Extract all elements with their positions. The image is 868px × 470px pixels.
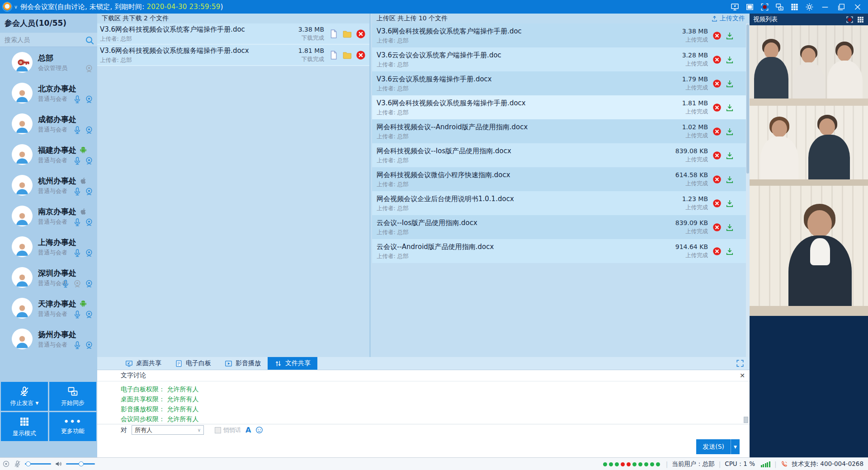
webcam-icon[interactable] [85,279,94,288]
record-icon[interactable] [760,3,769,11]
tab-desktop-share[interactable]: 桌面共享 [118,357,168,370]
download-icon[interactable] [725,151,734,160]
upload-file-row[interactable]: V3.6云会议会议系统客户端操作手册.doc上传者: 总部 3.28 MB上传完… [372,47,750,71]
sync-screens-icon[interactable] [775,3,784,11]
delete-icon[interactable] [712,151,722,160]
upload-file-row[interactable]: 云会议--Ios版产品使用指南.docx上传者: 总部 839.09 KB上传完… [372,215,750,239]
close-button[interactable] [853,3,863,11]
download-icon[interactable] [725,31,734,40]
upload-file-row[interactable]: V3.6网会科技视频会议系统客户端操作手册.doc上传者: 总部 3.38 MB… [372,24,750,47]
participant-row[interactable]: 杭州办事处普通与会者 [0,170,97,201]
video-thumbnail[interactable] [750,106,868,186]
download-icon[interactable] [725,247,734,256]
video-layout-icon[interactable] [857,16,864,24]
minimize-button[interactable] [820,3,830,11]
font-style-icon[interactable]: A [245,426,251,434]
mic-icon[interactable] [73,95,82,104]
delete-icon[interactable] [712,175,722,184]
mic-icon[interactable] [73,249,82,258]
whisper-checkbox[interactable]: 悄悄话 [215,426,241,434]
video-thumbnail[interactable] [750,25,868,106]
stop-speaking-button[interactable]: 停止发言▼ [1,382,48,411]
delete-icon[interactable] [712,103,722,112]
download-icon[interactable] [725,127,734,136]
webcam-off-icon[interactable] [73,279,82,288]
participant-row[interactable]: 福建办事处普通与会者 [0,139,97,170]
open-file-icon[interactable] [329,50,339,60]
caret-down-icon[interactable]: ▼ [36,401,39,405]
webcam-icon[interactable] [85,310,94,319]
download-file-row[interactable]: V3.6网会科技视频会议系统服务端操作手册.docx 上传者: 总部 1.81 … [97,45,369,66]
download-icon[interactable] [725,223,734,232]
mic-icon[interactable] [73,218,82,227]
delete-icon[interactable] [712,127,722,136]
chevron-down-icon[interactable]: ∨ [14,4,18,10]
delete-icon[interactable] [712,199,722,208]
window-mode-icon[interactable] [745,3,754,11]
open-file-icon[interactable] [329,29,339,39]
upload-file-row[interactable]: 网会科技视频会议微信小程序快速指南.docx上传者: 总部 614.58 KB上… [372,167,750,191]
maximize-button[interactable] [836,3,846,11]
close-icon[interactable]: ✕ [740,372,745,379]
download-icon[interactable] [725,175,734,184]
webcam-icon[interactable] [85,341,94,350]
recipient-select[interactable]: 所有人∨ [132,425,204,435]
upload-file-row-selected[interactable]: V3.6网会科技视频会议系统服务端操作手册.docx上传者: 总部 1.81 M… [372,95,750,119]
send-options-arrow[interactable]: ▼ [731,439,740,454]
tab-file-share[interactable]: 文件共享 [268,357,317,370]
participant-search[interactable] [0,33,97,47]
participant-row[interactable]: 深圳办事处普通与会者 [0,262,97,293]
layout-grid-icon[interactable] [790,3,799,11]
mic-icon[interactable] [73,187,82,196]
webcam-icon[interactable] [85,249,94,258]
screen-share-icon[interactable] [731,3,739,11]
delete-icon[interactable] [712,79,722,88]
upload-file-row[interactable]: V3.6云会议系统服务端操作手册.docx上传者: 总部 1.79 MB上传完成 [372,71,750,95]
delete-icon[interactable] [712,55,722,64]
upload-file-row[interactable]: 网会科技视频会议--Ios版产品使用指南.docx上传者: 总部 839.08 … [372,143,750,167]
mic-icon[interactable] [73,341,82,350]
search-input[interactable] [5,36,85,43]
download-icon[interactable] [725,103,734,112]
mic-icon[interactable] [61,279,70,288]
upload-file-row[interactable]: 云会议--Android版产品使用指南.docx上传者: 总部 914.64 K… [372,239,750,263]
delete-icon[interactable] [356,50,366,60]
expand-icon[interactable] [736,359,744,367]
video-capture-icon[interactable] [846,16,854,24]
mic-muted-icon[interactable] [14,460,21,468]
more-functions-button[interactable]: ••• 更多功能 [49,412,96,441]
send-button[interactable]: 发送(S) [696,439,731,454]
tab-whiteboard[interactable]: 电子白板 [168,357,218,370]
webcam-off-icon[interactable] [85,64,94,73]
settings-gear-icon[interactable] [805,3,814,11]
delete-icon[interactable] [712,247,722,256]
delete-icon[interactable] [712,31,722,40]
upload-scrollbar[interactable] [746,24,750,357]
upload-file-link[interactable]: 上传文件 [711,14,745,23]
video-thumbnail[interactable] [750,186,868,316]
display-mode-button[interactable]: 显示模式 [1,412,48,441]
webcam-icon[interactable] [85,126,94,135]
search-icon[interactable] [85,35,94,44]
mic-icon[interactable] [73,310,82,319]
webcam-icon[interactable] [85,187,94,196]
mic-icon[interactable] [73,156,82,165]
open-folder-icon[interactable] [342,50,352,60]
open-folder-icon[interactable] [342,29,352,39]
audio-level-icon[interactable] [2,460,10,468]
download-icon[interactable] [725,199,734,208]
download-file-row[interactable]: V3.6网会科技视频会议系统客户端操作手册.doc 上传者: 总部 3.38 M… [97,24,369,45]
checkbox[interactable] [215,427,221,433]
webcam-icon[interactable] [85,95,94,104]
download-icon[interactable] [725,79,734,88]
emoji-icon[interactable] [255,426,263,434]
chat-scrollbar[interactable] [743,381,749,424]
mic-volume-slider[interactable] [25,463,51,465]
participant-row[interactable]: 南京办事处普通与会者 [0,201,97,231]
tab-media-play[interactable]: 影音播放 [218,357,268,370]
participant-row[interactable]: 总部会议管理员 [0,47,97,78]
mic-icon[interactable] [73,126,82,135]
webcam-icon[interactable] [85,218,94,227]
delete-icon[interactable] [712,223,722,232]
speaker-volume-slider[interactable] [66,463,95,465]
